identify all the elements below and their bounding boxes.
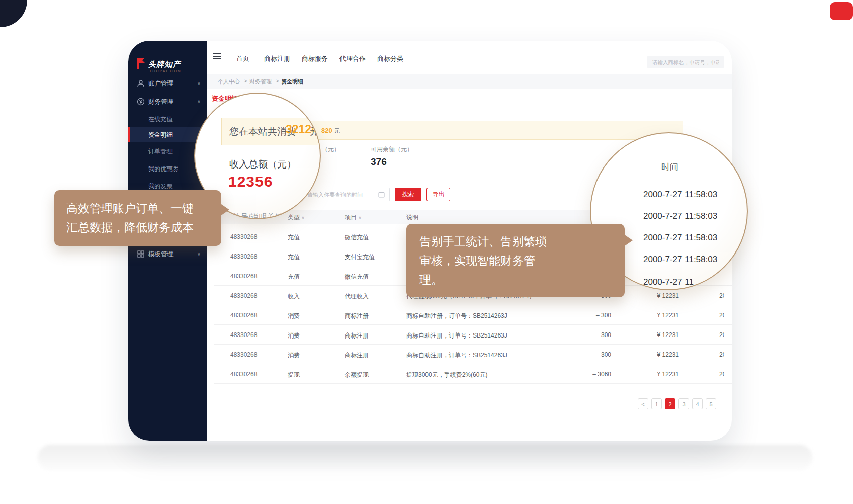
sidebar-item-template[interactable]: 模板管理 ∨	[128, 246, 207, 262]
pagination-page-1[interactable]: 1	[651, 398, 662, 409]
lens-income-value: 12356	[228, 173, 273, 190]
table-row: 48330268消费商标注册商标自助注册，订单号：SB2514263J– 300…	[214, 305, 732, 325]
callout-line: 汇总数据，降低财务成本	[66, 218, 221, 237]
breadcrumb-separator: >	[276, 78, 279, 84]
nav-agency[interactable]: 代理合作	[339, 54, 366, 63]
sidebar-item-label: 模板管理	[148, 246, 174, 262]
decor-corner-dark	[0, 0, 27, 27]
brand-logo-tagline: TOUPAI.COM	[149, 69, 182, 73]
trademark-search-input[interactable]	[647, 56, 724, 68]
sort-caret-icon: ∨	[301, 215, 305, 220]
callout-line: 审核，实现智能财务管	[419, 251, 625, 270]
search-button[interactable]: 搜索	[395, 188, 421, 201]
pagination-page-3[interactable]: 3	[678, 398, 689, 409]
nav-home[interactable]: 首页	[236, 54, 249, 63]
menu-icon[interactable]	[213, 53, 221, 59]
lens-time-value: 2000-7-27 11:58:03	[643, 190, 717, 200]
nav-trademark-category[interactable]: 商标分类	[377, 54, 403, 63]
breadcrumb-item[interactable]: 个人中心	[218, 78, 240, 86]
breadcrumb-separator: >	[244, 78, 247, 84]
chevron-down-icon: ∨	[197, 246, 201, 262]
lens-time-header: 时间	[661, 161, 678, 173]
stat-col2-fragment: （元）	[322, 145, 340, 154]
calendar-icon[interactable]	[378, 191, 385, 198]
table-row: 48330268消费商标注册商标自助注册，订单号：SB2514263J– 300…	[214, 325, 732, 345]
brand-logo-icon	[136, 57, 147, 69]
brand-logo-text: 头牌知产	[148, 60, 181, 69]
table-row: 48330268提现余额提现提现3000元，手续费2%(60元)– 3060¥ …	[214, 364, 732, 384]
sidebar-item-label: 账户管理	[148, 76, 174, 91]
lens-separator	[600, 207, 740, 207]
banner-amount-fragment: 820 元	[321, 127, 340, 135]
sidebar-item-finance[interactable]: 财务管理 ∧	[128, 94, 207, 109]
lens-income-label: 收入总额（元）	[229, 158, 296, 171]
table-row: 48330268消费商标注册商标自助注册，订单号：SB2514263J– 300…	[214, 345, 732, 364]
breadcrumb-current: 资金明细	[281, 78, 303, 86]
sort-caret-icon: ∨	[358, 215, 362, 220]
sidebar-item-label: 财务管理	[148, 94, 174, 109]
pagination-page-2[interactable]: 2	[665, 398, 675, 409]
lens-time-partial: 2000-7-27 11	[643, 277, 694, 287]
callout-line: 高效管理账户订单、一键	[66, 199, 221, 218]
chevron-up-icon: ∧	[197, 94, 201, 109]
pagination-prev[interactable]: <	[638, 398, 648, 409]
available-balance-label: 可用余额（元）	[371, 145, 413, 154]
available-balance-value: 376	[371, 156, 387, 167]
lens-separator	[600, 184, 740, 184]
lens-time-value: 2000-7-27 11:58:03	[643, 255, 717, 265]
callout-line: 告别手工统计、告别繁琐	[419, 232, 625, 251]
sidebar-subitem-funds-detail[interactable]: 资金明细	[128, 127, 207, 142]
col-project-header[interactable]: 项目 ∨	[345, 213, 362, 222]
chevron-down-icon: ∨	[197, 76, 201, 91]
callout-right: 告别手工统计、告别繁琐 审核，实现智能财务管 理。	[406, 224, 625, 297]
date-query-input[interactable]	[301, 188, 390, 201]
breadcrumb-item[interactable]: 财务管理	[249, 78, 272, 86]
stat-divider	[365, 143, 365, 173]
callout-line: 理。	[419, 270, 625, 289]
lens-separator	[600, 157, 740, 157]
finance-icon	[137, 98, 145, 106]
pagination-page-4[interactable]: 4	[692, 398, 703, 409]
col-type-header[interactable]: 类型 ∨	[288, 213, 305, 222]
nav-trademark-register[interactable]: 商标注册	[264, 54, 290, 63]
lens-time-value: 2000-7-27 11:58:03	[643, 211, 717, 221]
pagination-page-5[interactable]: 5	[706, 398, 716, 409]
mockup-stage: 头牌知产 TOUPAI.COM 账户管理 ∨ 财务管理 ∧ 在线充值 资	[0, 0, 853, 504]
callout-left: 高效管理账户订单、一键 汇总数据，降低财务成本	[54, 190, 221, 246]
sidebar-item-account[interactable]: 账户管理 ∨	[128, 76, 207, 91]
sidebar-subitem-recharge[interactable]: 在线充值	[128, 112, 207, 127]
laptop-base	[38, 445, 812, 471]
user-icon	[137, 79, 145, 88]
template-icon	[137, 250, 145, 258]
nav-trademark-service[interactable]: 商标服务	[302, 54, 328, 63]
export-button[interactable]: 导出	[426, 188, 450, 201]
lens-time-value: 2000-7-27 11:58:03	[643, 233, 717, 243]
decor-corner-red	[830, 2, 853, 20]
col-desc-header: 说明	[406, 213, 418, 222]
